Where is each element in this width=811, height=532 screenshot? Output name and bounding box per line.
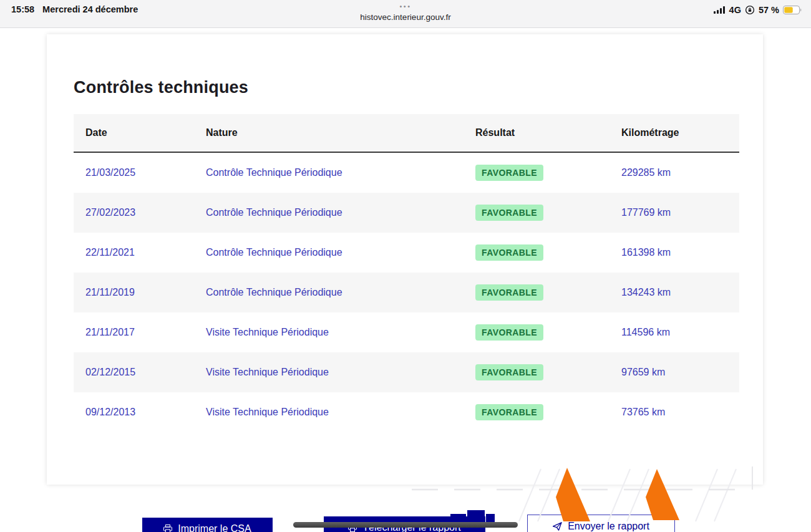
status-badge: FAVORABLE [475, 205, 543, 221]
table-row: 27/02/2023 Contrôle Technique Périodique… [74, 193, 739, 233]
inspection-result-cell: FAVORABLE [475, 284, 621, 301]
inspection-nature: Visite Technique Périodique [206, 367, 475, 378]
home-indicator[interactable] [293, 522, 518, 528]
address-bar[interactable]: histovec.interieur.gouv.fr [360, 12, 450, 22]
network-type-label: 4G [729, 5, 741, 15]
battery-percent-label: 57 % [759, 5, 779, 15]
status-badge: FAVORABLE [475, 324, 543, 341]
status-badge: FAVORABLE [475, 364, 543, 380]
table-body: 21/03/2025 Contrôle Technique Périodique… [74, 153, 739, 432]
inspection-date: 21/03/2025 [74, 167, 206, 178]
table-row: 22/11/2021 Contrôle Technique Périodique… [74, 233, 739, 273]
inspection-date: 21/11/2019 [74, 287, 206, 298]
clock: 15:58 [11, 4, 34, 14]
inspection-kilometrage: 161398 km [621, 247, 739, 258]
column-header-kilometrage: Kilométrage [621, 127, 739, 138]
inspection-nature: Visite Technique Périodique [206, 407, 475, 418]
inspection-result-cell: FAVORABLE [475, 205, 621, 221]
inspection-kilometrage: 114596 km [621, 327, 739, 338]
table-row: 09/12/2013 Visite Technique Périodique F… [74, 392, 739, 432]
table-row: 21/11/2017 Visite Technique Périodique F… [74, 312, 739, 352]
column-header-nature: Nature [206, 127, 475, 138]
inspection-kilometrage: 229285 km [621, 167, 739, 178]
inspection-result-cell: FAVORABLE [475, 244, 621, 261]
status-bar: 15:58 Mercredi 24 décembre ••• histovec.… [0, 0, 811, 28]
ipad-safari-screen: 15:58 Mercredi 24 décembre ••• histovec.… [0, 0, 811, 532]
report-card: Contrôles techniques Date Nature Résulta… [47, 34, 763, 485]
status-badge: FAVORABLE [475, 284, 543, 301]
table-row: 21/11/2019 Contrôle Technique Périodique… [74, 273, 739, 312]
send-report-label: Envoyer le rapport [568, 521, 649, 532]
printer-icon [163, 523, 172, 532]
section-title: Contrôles techniques [74, 78, 248, 97]
table-row: 21/03/2025 Contrôle Technique Périodique… [74, 153, 739, 193]
battery-icon [783, 6, 802, 14]
inspection-nature: Contrôle Technique Périodique [206, 167, 475, 178]
status-badge: FAVORABLE [475, 165, 543, 181]
inspection-kilometrage: 134243 km [621, 287, 739, 298]
date-label: Mercredi 24 décembre [42, 4, 138, 14]
status-badge: FAVORABLE [475, 244, 543, 261]
inspection-date: 27/02/2023 [74, 207, 206, 218]
send-icon [553, 521, 562, 532]
inspection-date: 21/11/2017 [74, 327, 206, 338]
inspection-nature: Visite Technique Périodique [206, 327, 475, 338]
inspection-kilometrage: 177769 km [621, 207, 739, 218]
inspection-result-cell: FAVORABLE [475, 165, 621, 181]
inspection-result-cell: FAVORABLE [475, 324, 621, 341]
send-report-button[interactable]: Envoyer le rapport [527, 515, 675, 532]
column-header-resultat: Résultat [475, 127, 621, 138]
table-header-row: Date Nature Résultat Kilométrage [74, 114, 739, 153]
inspections-table: Date Nature Résultat Kilométrage 21/03/2… [74, 114, 739, 432]
inspection-kilometrage: 97659 km [621, 367, 739, 378]
inspection-nature: Contrôle Technique Périodique [206, 207, 475, 218]
status-badge: FAVORABLE [475, 404, 543, 420]
inspection-nature: Contrôle Technique Périodique [206, 247, 475, 258]
tab-overflow-button[interactable]: ••• [360, 3, 450, 9]
inspection-result-cell: FAVORABLE [475, 364, 621, 380]
inspection-date: 02/12/2015 [74, 367, 206, 378]
cellular-signal-icon [714, 6, 726, 14]
table-row: 02/12/2015 Visite Technique Périodique F… [74, 352, 739, 392]
inspection-result-cell: FAVORABLE [475, 404, 621, 420]
orientation-lock-icon [745, 5, 755, 15]
inspection-date: 09/12/2013 [74, 407, 206, 418]
inspection-kilometrage: 73765 km [621, 407, 739, 418]
print-csa-label: Imprimer le CSA [178, 523, 251, 532]
inspection-date: 22/11/2021 [74, 247, 206, 258]
column-header-date: Date [74, 127, 206, 138]
inspection-nature: Contrôle Technique Périodique [206, 287, 475, 298]
print-csa-button[interactable]: Imprimer le CSA [142, 518, 273, 532]
